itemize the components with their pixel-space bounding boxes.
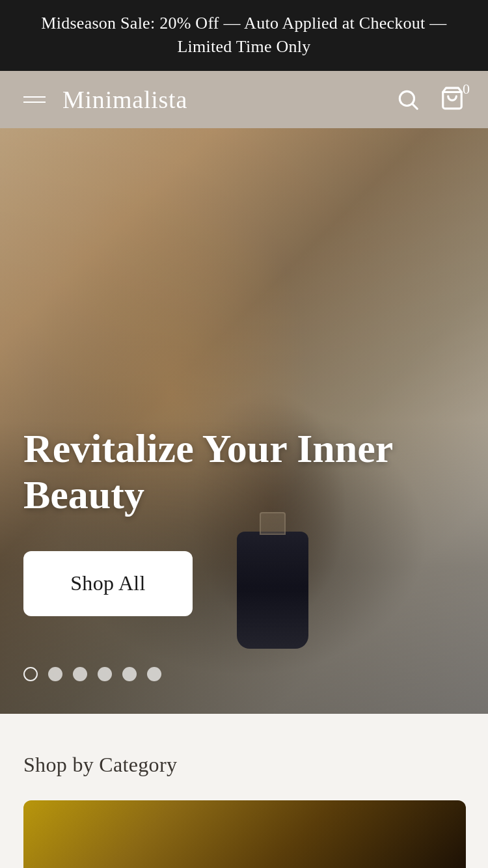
categories-section-title: Shop by Category [23, 753, 465, 777]
shop-all-button[interactable]: Shop All [23, 551, 193, 616]
hero-title: Revitalize Your Inner Beauty [23, 426, 401, 519]
carousel-dot-4[interactable] [98, 667, 112, 681]
header-left: Minimalista [23, 85, 187, 114]
cart-wrapper: 0 [440, 86, 465, 113]
svg-line-1 [413, 104, 417, 109]
cart-icon[interactable] [440, 86, 465, 111]
carousel-dot-5[interactable] [122, 667, 137, 681]
category-card-preview[interactable] [23, 800, 466, 868]
below-hero-section: Shop by Category [0, 714, 488, 868]
header-right: 0 [396, 86, 465, 113]
cart-badge: 0 [463, 81, 470, 98]
carousel-dot-6[interactable] [147, 667, 161, 681]
hero-section: Revitalize Your Inner Beauty Shop All [0, 128, 488, 714]
promo-banner: Midseason Sale: 20% Off — Auto Applied a… [0, 0, 488, 71]
promo-text: Midseason Sale: 20% Off — Auto Applied a… [41, 14, 446, 56]
hero-content: Revitalize Your Inner Beauty Shop All [23, 426, 465, 616]
brand-logo[interactable]: Minimalista [62, 85, 187, 114]
search-icon[interactable] [396, 87, 420, 112]
carousel-dot-1[interactable] [23, 667, 38, 681]
carousel-dot-3[interactable] [73, 667, 87, 681]
hero-dark-overlay [0, 128, 488, 714]
carousel-dots [23, 667, 161, 681]
hamburger-menu-icon[interactable] [23, 96, 46, 103]
svg-point-0 [400, 91, 414, 105]
header: Minimalista 0 [0, 71, 488, 128]
carousel-dot-2[interactable] [48, 667, 62, 681]
